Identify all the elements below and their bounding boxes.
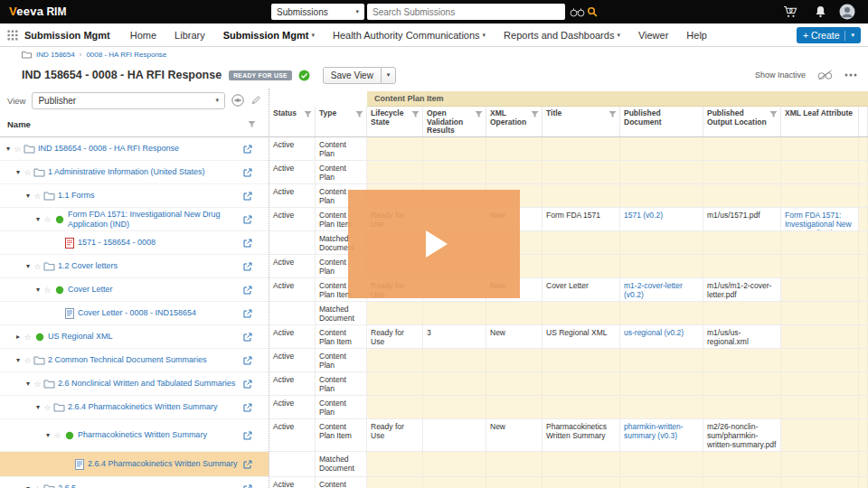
favorite-star-icon[interactable]: ☆ bbox=[23, 333, 33, 342]
tab-viewer[interactable]: Viewer bbox=[638, 30, 668, 41]
breadcrumb-link[interactable]: IND 158654 bbox=[36, 51, 75, 59]
column-header-published-output-location[interactable]: Published Output Location bbox=[703, 107, 781, 136]
tree-item-label[interactable]: 2.6.4 Pharmacokinetics Written Summary bbox=[88, 459, 240, 469]
cart-icon[interactable]: 0 bbox=[783, 5, 798, 18]
column-header-title[interactable]: Title bbox=[542, 107, 620, 136]
cell-published-document[interactable]: 1571 (v0.2) bbox=[620, 208, 703, 230]
tree-row[interactable]: ▾☆1.1 Forms bbox=[0, 184, 269, 208]
tree-item-label[interactable]: Cover Letter - 0008 - IND158654 bbox=[78, 308, 240, 318]
favorite-star-icon[interactable]: ☆ bbox=[42, 215, 52, 224]
tree-row[interactable]: 2.6.4 Pharmacokinetics Written Summary bbox=[0, 452, 269, 477]
external-link-icon[interactable] bbox=[243, 460, 252, 469]
search-scope-select[interactable]: Submissions ▾ bbox=[271, 4, 364, 20]
tree-item-label[interactable]: IND 158654 - 0008 - HA RFI Response bbox=[38, 144, 240, 154]
tree-row[interactable]: ▾☆IND 158654 - 0008 - HA RFI Response bbox=[0, 137, 269, 161]
favorite-star-icon[interactable]: ☆ bbox=[23, 356, 33, 365]
caret-down-icon[interactable]: ▾ bbox=[4, 145, 13, 153]
tree-row[interactable]: ▾☆2 Common Technical Document Summaries bbox=[0, 349, 269, 372]
filter-funnel-icon[interactable] bbox=[769, 110, 778, 121]
table-row[interactable]: Matched Document bbox=[269, 302, 868, 325]
table-row[interactable]: Matched Document bbox=[269, 452, 868, 477]
external-link-icon[interactable] bbox=[243, 333, 252, 342]
user-avatar[interactable] bbox=[839, 4, 855, 20]
caret-right-icon[interactable]: ▸ bbox=[14, 333, 23, 341]
cell-xml-leaf-attribute[interactable]: Form FDA 1571: Investigational New Drug … bbox=[781, 208, 859, 230]
tree-row[interactable]: ▾☆1.2 Cover letters bbox=[0, 255, 269, 278]
external-link-icon[interactable] bbox=[243, 239, 252, 248]
tab-library[interactable]: Library bbox=[175, 30, 205, 41]
caret-down-icon[interactable]: ▾ bbox=[24, 380, 33, 388]
filter-funnel-icon[interactable] bbox=[248, 120, 256, 128]
view-visibility-icon[interactable] bbox=[231, 94, 244, 107]
caret-down-icon[interactable]: ▾ bbox=[24, 192, 33, 200]
chevron-down-icon[interactable]: ▾ bbox=[851, 32, 854, 39]
filter-funnel-icon[interactable] bbox=[355, 110, 363, 121]
find-in-plan-icon[interactable] bbox=[817, 70, 833, 80]
external-link-icon[interactable] bbox=[243, 168, 252, 177]
tree-item-label[interactable]: Cover Letter bbox=[68, 285, 240, 295]
global-search-input[interactable] bbox=[367, 4, 565, 20]
tree-item-label[interactable]: US Regional XML bbox=[48, 332, 240, 342]
table-row[interactable]: ActiveContent Plan bbox=[269, 349, 868, 372]
caret-down-icon[interactable]: ▾ bbox=[33, 403, 42, 411]
column-header-xml-leaf-attribute[interactable]: XML Leaf Attribute bbox=[781, 107, 859, 136]
column-header-type[interactable]: Type bbox=[316, 107, 367, 136]
external-link-icon[interactable] bbox=[243, 192, 252, 201]
external-link-icon[interactable] bbox=[243, 356, 252, 365]
filter-funnel-icon[interactable] bbox=[411, 110, 420, 121]
external-link-icon[interactable] bbox=[243, 262, 252, 271]
more-actions-icon[interactable] bbox=[844, 73, 857, 77]
table-row[interactable]: ActiveContent Plan ItemReady for Use3New… bbox=[269, 325, 868, 349]
table-row[interactable]: ActiveContent Plan bbox=[269, 137, 868, 161]
favorite-star-icon[interactable]: ☆ bbox=[33, 484, 42, 488]
table-row[interactable]: ActiveContent Plan bbox=[269, 477, 868, 488]
tree-item-label[interactable]: 1.2 Cover letters bbox=[58, 261, 240, 271]
save-view-caret[interactable]: ▾ bbox=[381, 68, 395, 83]
create-button[interactable]: + Create ▾ bbox=[797, 27, 861, 43]
tree-item-label[interactable]: 2.6.5 bbox=[58, 483, 240, 488]
tab-submission-mgmt[interactable]: Submission Mgmt▾ bbox=[223, 30, 315, 41]
tree-row[interactable]: ▾☆Pharmacokinetics Written Summary bbox=[0, 419, 269, 452]
external-link-icon[interactable] bbox=[243, 403, 252, 412]
external-link-icon[interactable] bbox=[243, 145, 252, 154]
favorite-star-icon[interactable]: ☆ bbox=[13, 145, 23, 154]
table-row[interactable]: ActiveContent Plan bbox=[269, 161, 868, 184]
external-link-icon[interactable] bbox=[243, 215, 252, 224]
favorite-star-icon[interactable]: ☆ bbox=[33, 262, 42, 271]
tab-health-authority-communications[interactable]: Health Authority Communications▾ bbox=[333, 30, 486, 41]
tree-row[interactable]: ▾☆1 Administrative Information (United S… bbox=[0, 161, 269, 184]
tree-item-label[interactable]: Pharmacokinetics Written Summary bbox=[78, 430, 240, 440]
external-link-icon[interactable] bbox=[243, 309, 252, 318]
breadcrumb-link[interactable]: 0008 - HA RFI Response bbox=[86, 51, 166, 59]
favorite-star-icon[interactable]: ☆ bbox=[52, 431, 62, 440]
caret-down-icon[interactable]: ▾ bbox=[43, 431, 52, 439]
cell-published-document[interactable]: pharmkin-written-summary (v0.3) bbox=[620, 419, 703, 451]
cell-published-document[interactable]: us-regional (v0.2) bbox=[620, 325, 703, 348]
tree-item-label[interactable]: 2.6 Nonclinical Written and Tabulated Su… bbox=[58, 379, 240, 389]
table-row[interactable]: ActiveContent Plan bbox=[269, 372, 868, 396]
column-header-status[interactable]: Status bbox=[269, 107, 316, 136]
external-link-icon[interactable] bbox=[243, 431, 252, 440]
external-link-icon[interactable] bbox=[243, 484, 252, 488]
edit-view-pencil-icon[interactable] bbox=[250, 95, 261, 106]
filter-funnel-icon[interactable] bbox=[609, 110, 617, 121]
tree-item-label[interactable]: 1571 - 158654 - 0008 bbox=[78, 238, 240, 248]
table-row[interactable]: ActiveContent Plan ItemReady for UseNewP… bbox=[269, 419, 868, 452]
save-view-button[interactable]: Save View bbox=[324, 68, 381, 83]
tree-row[interactable]: ▾☆Cover Letter bbox=[0, 278, 269, 302]
caret-down-icon[interactable]: ▾ bbox=[33, 286, 42, 294]
filter-funnel-icon[interactable] bbox=[304, 110, 312, 121]
caret-down-icon[interactable]: ▾ bbox=[24, 262, 33, 270]
favorite-star-icon[interactable]: ☆ bbox=[23, 168, 33, 177]
tab-home[interactable]: Home bbox=[130, 30, 156, 41]
external-link-icon[interactable] bbox=[243, 286, 252, 295]
tree-row[interactable]: ▾☆2.6 Nonclinical Written and Tabulated … bbox=[0, 372, 269, 396]
tree-row[interactable]: 1571 - 158654 - 0008 bbox=[0, 231, 269, 255]
caret-down-icon[interactable]: ▾ bbox=[14, 168, 23, 176]
cell-published-document[interactable]: m1-2-cover-letter (v0.2) bbox=[620, 278, 703, 301]
favorite-star-icon[interactable]: ☆ bbox=[42, 286, 52, 295]
video-play-overlay[interactable] bbox=[348, 190, 520, 298]
tab-help[interactable]: Help bbox=[686, 30, 707, 41]
search-icon[interactable] bbox=[587, 6, 598, 17]
tree-row[interactable]: ▸☆US Regional XML bbox=[0, 325, 269, 349]
